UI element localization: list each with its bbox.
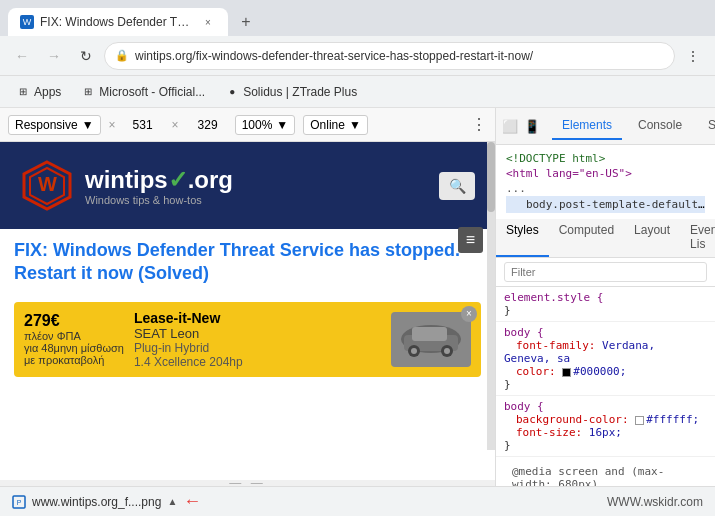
ad-details: Lease-it-New SEAT Leon Plug-in Hybrid 1.… — [134, 310, 381, 369]
tab-favicon: W — [20, 15, 34, 29]
bookmark-microsoft-label: Microsoft - Official... — [99, 85, 205, 99]
ad-payment2: με προκαταβολή — [24, 354, 124, 366]
search-icon: 🔍 — [449, 178, 466, 194]
active-tab[interactable]: W FIX: Windows Defender Threat S... × — [8, 8, 228, 36]
bookmark-solidus[interactable]: ● Solidus | ZTrade Plus — [217, 81, 365, 103]
styles-filter-input[interactable] — [504, 262, 707, 282]
ad-engine: 1.4 Xcellence 204hp — [134, 355, 381, 369]
download-file-icon: P — [12, 495, 26, 509]
css-selector-3: body { — [504, 400, 544, 413]
browser-window: W FIX: Windows Defender Threat S... × + … — [0, 0, 715, 516]
devtools-panel: ⬜ 📱 Elements Console Sou <!DOCTYPE html> — [495, 108, 715, 486]
site-name-text: wintips — [85, 166, 168, 194]
page-content: W wintips ✓ .org Windows tips & how-tos — [0, 142, 495, 480]
ad-price-note: πλέον ΦΠΑ — [24, 330, 124, 342]
styles-filter-area — [496, 258, 715, 287]
zoom-select[interactable]: 100% ▼ — [235, 115, 296, 135]
download-arrow-icon: ← — [183, 491, 201, 512]
more-icon: ⋮ — [686, 48, 700, 64]
site-search-box[interactable]: 🔍 — [439, 172, 475, 200]
css-rule-body-1: body { font-family: Verdana, Geneva, sa … — [496, 322, 715, 396]
browser-viewport: Responsive ▼ × × 100% ▼ Online ▼ ⋮ — [0, 108, 495, 486]
styles-tab-styles[interactable]: Styles — [496, 219, 549, 257]
ad-payment: για 48μηνη μίσθωση — [24, 342, 124, 354]
width-input[interactable] — [124, 118, 162, 132]
css-prop-color: color: #000000; — [504, 365, 626, 378]
styles-tab-event[interactable]: Event Lis — [680, 219, 715, 257]
html-tag-text: <html lang="en-US"> — [506, 167, 632, 180]
url-text: wintips.org/fix-windows-defender-threat-… — [135, 49, 664, 63]
tab-console-label: Console — [638, 118, 682, 132]
forward-icon: → — [47, 48, 61, 64]
device-dropdown-icon: ▼ — [82, 118, 94, 132]
dim-separator-1: × — [109, 118, 116, 132]
tab-sources[interactable]: Sou — [698, 112, 715, 140]
bookmark-microsoft[interactable]: ⊞ Microsoft - Official... — [73, 81, 213, 103]
site-checkmark-icon: ✓ — [168, 166, 188, 194]
html-body-tag[interactable]: body.post-template-default.single.sing — [506, 196, 705, 213]
new-tab-button[interactable]: + — [232, 8, 260, 36]
nav-bar: ← → ↻ 🔒 wintips.org/fix-windows-defender… — [0, 36, 715, 76]
html-html-tag: <html lang="en-US"> — [506, 166, 705, 181]
forward-button[interactable]: → — [40, 42, 68, 70]
microsoft-icon: ⊞ — [81, 85, 95, 99]
ad-brand: Lease-it-New — [134, 310, 381, 326]
ad-car-image — [391, 312, 471, 367]
bottom-bar: P www.wintips.org_f....png ▲ ← WWW.wskid… — [0, 486, 715, 516]
site-name: wintips ✓ .org — [85, 166, 233, 194]
css-selector-2: body { — [504, 326, 544, 339]
styles-tab-layout[interactable]: Layout — [624, 219, 680, 257]
height-input[interactable] — [189, 118, 227, 132]
download-caret-icon[interactable]: ▲ — [167, 496, 177, 507]
bookmark-solidus-label: Solidus | ZTrade Plus — [243, 85, 357, 99]
styles-tab-computed[interactable]: Computed — [549, 219, 624, 257]
bookmark-apps[interactable]: ⊞ Apps — [8, 81, 69, 103]
css-rule-media-680: @media screen and (max-width: 680px) bod… — [496, 457, 715, 486]
toolbar-more-button[interactable]: ⋮ — [471, 115, 487, 134]
online-select[interactable]: Online ▼ — [303, 115, 368, 135]
site-header: W wintips ✓ .org Windows tips & how-tos — [0, 142, 495, 229]
apps-grid-icon: ⊞ — [16, 85, 30, 99]
css-prop-font-size: font-size: 16px; — [504, 426, 622, 439]
back-button[interactable]: ← — [8, 42, 36, 70]
address-bar[interactable]: 🔒 wintips.org/fix-windows-defender-threa… — [104, 42, 675, 70]
bookmarks-bar: ⊞ Apps ⊞ Microsoft - Official... ● Solid… — [0, 76, 715, 108]
online-label: Online — [310, 118, 345, 132]
css-rules-panel: element.style { } body { font-family: Ve… — [496, 287, 715, 486]
css-close-2: } — [504, 378, 511, 391]
ad-close-button[interactable]: × — [461, 306, 477, 322]
download-item[interactable]: P www.wintips.org_f....png ▲ ← — [12, 491, 201, 512]
scroll-thumb — [487, 142, 495, 212]
inspect-element-button[interactable]: ⬜ — [502, 115, 518, 137]
styles-tab-computed-label: Computed — [559, 223, 614, 237]
online-dropdown-icon: ▼ — [349, 118, 361, 132]
device-select[interactable]: Responsive ▼ — [8, 115, 101, 135]
css-prop-font-family: font-family: Verdana, Geneva, sa — [504, 339, 655, 365]
device-emulation-button[interactable]: 📱 — [524, 115, 540, 137]
site-name-area: wintips ✓ .org Windows tips & how-tos — [85, 166, 233, 206]
svg-point-10 — [444, 348, 450, 354]
tab-elements[interactable]: Elements — [552, 112, 622, 140]
ad-banner: 279€ πλέον ΦΠΑ για 48μηνη μίσθωση με προ… — [14, 302, 481, 377]
title-bar: W FIX: Windows Defender Threat S... × + — [0, 0, 715, 36]
zoom-label: 100% — [242, 118, 273, 132]
hamburger-menu-button[interactable]: ≡ — [458, 227, 483, 253]
tab-console[interactable]: Console — [628, 112, 692, 140]
html-body-text — [506, 198, 519, 211]
refresh-button[interactable]: ↻ — [72, 42, 100, 70]
css-selector-1: element.style { — [504, 291, 603, 304]
content-area: Responsive ▼ × × 100% ▼ Online ▼ ⋮ — [0, 108, 715, 486]
svg-point-8 — [411, 348, 417, 354]
styles-tab-styles-label: Styles — [506, 223, 539, 237]
refresh-icon: ↻ — [80, 48, 92, 64]
resize-handle[interactable]: — — — [0, 480, 495, 486]
html-dots-text: ... — [506, 182, 526, 195]
styles-tab-layout-label: Layout — [634, 223, 670, 237]
html-code-panel: <!DOCTYPE html> <html lang="en-US"> ... … — [496, 145, 715, 219]
styles-tabs: Styles Computed Layout Event Lis — [496, 219, 715, 258]
scroll-indicator[interactable] — [487, 142, 495, 450]
svg-rect-6 — [412, 327, 447, 341]
more-button[interactable]: ⋮ — [679, 42, 707, 70]
tab-sources-label: Sou — [708, 118, 715, 132]
tab-close-button[interactable]: × — [200, 14, 216, 30]
